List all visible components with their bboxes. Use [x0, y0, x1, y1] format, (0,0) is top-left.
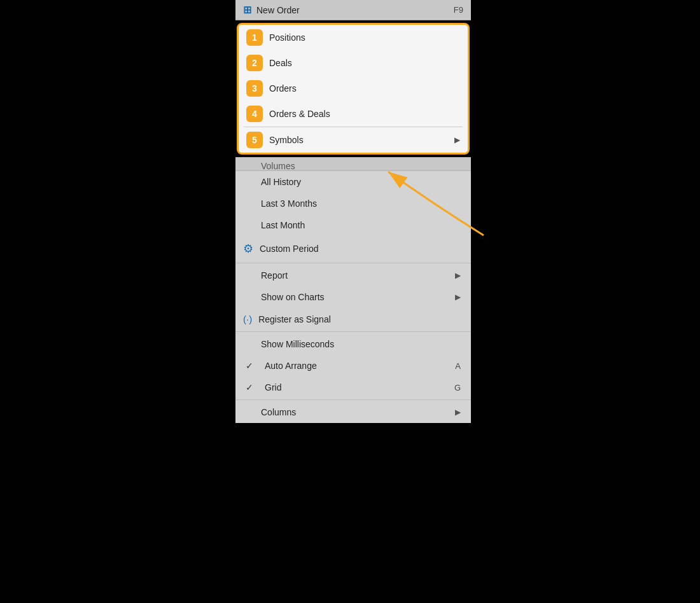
ctx-label-last-month: Last Month	[261, 220, 461, 230]
ctx-label-last-3-months: Last 3 Months	[261, 198, 461, 209]
context-menu: Volumes All History Last 3 Months Last M…	[235, 157, 471, 423]
ctx-label-register-signal: Register as Signal	[258, 314, 461, 324]
badge-2: 2	[246, 55, 263, 71]
submenu-label-deals: Deals	[269, 58, 460, 68]
auto-arrange-shortcut: A	[455, 361, 461, 371]
ctx-item-report[interactable]: Report ▶	[235, 265, 471, 286]
submenu-item-symbols[interactable]: 5 Symbols ▶	[239, 127, 468, 153]
show-on-charts-arrow-icon: ▶	[455, 293, 461, 302]
report-arrow-icon: ▶	[455, 271, 461, 280]
ctx-label-show-on-charts: Show on Charts	[261, 292, 449, 302]
new-order-shortcut: F9	[454, 5, 463, 15]
ctx-item-auto-arrange[interactable]: ✓ Auto Arrange A	[235, 355, 471, 377]
grid-check-icon: ✓	[246, 382, 258, 392]
new-order-icon: ⊞	[243, 4, 251, 16]
ctx-label-report: Report	[261, 270, 449, 281]
gear-icon: ⚙	[243, 242, 253, 256]
auto-arrange-check-icon: ✓	[246, 361, 258, 371]
divider-3	[235, 399, 471, 400]
symbols-arrow-icon: ▶	[454, 135, 460, 144]
submenu-item-positions[interactable]: 1 Positions	[239, 25, 468, 50]
ctx-label-auto-arrange: Auto Arrange	[265, 361, 449, 371]
ctx-item-show-milliseconds[interactable]: Show Milliseconds	[235, 333, 471, 355]
ctx-item-grid[interactable]: ✓ Grid G	[235, 377, 471, 398]
ctx-item-columns[interactable]: Columns ▶	[235, 401, 471, 423]
submenu-label-orders-deals: Orders & Deals	[269, 109, 460, 119]
ctx-label-custom-period: Custom Period	[260, 244, 461, 254]
ctx-label-show-milliseconds: Show Milliseconds	[261, 339, 461, 349]
divider-2	[235, 331, 471, 332]
badge-1: 1	[246, 29, 263, 46]
signal-icon: (·)	[243, 314, 252, 324]
submenu-label-positions: Positions	[269, 32, 460, 43]
submenu-item-orders[interactable]: 3 Orders	[239, 76, 468, 101]
ctx-item-custom-period[interactable]: ⚙ Custom Period	[235, 236, 471, 261]
submenu-item-orders-deals[interactable]: 4 Orders & Deals	[239, 101, 468, 127]
submenu-label-symbols: Symbols	[269, 135, 448, 145]
ctx-item-all-history[interactable]: All History	[235, 171, 471, 193]
ctx-item-register-signal[interactable]: (·) Register as Signal	[235, 308, 471, 330]
ctx-label-grid: Grid	[265, 382, 448, 392]
submenu-label-orders: Orders	[269, 83, 460, 94]
ctx-item-show-on-charts[interactable]: Show on Charts ▶	[235, 286, 471, 308]
badge-5: 5	[246, 132, 263, 148]
badge-4: 4	[246, 106, 263, 122]
new-order-label: New Order	[256, 5, 449, 15]
submenu-highlight-box: 1 Positions 2 Deals 3 Orders 4 Orders & …	[237, 23, 470, 155]
submenu-item-deals[interactable]: 2 Deals	[239, 50, 468, 76]
new-order-item[interactable]: ⊞ New Order F9	[235, 0, 471, 20]
columns-arrow-icon: ▶	[455, 408, 461, 417]
volumes-partial-item: Volumes	[235, 158, 471, 170]
ctx-item-last-3-months[interactable]: Last 3 Months	[235, 193, 471, 214]
ctx-label-columns: Columns	[261, 407, 449, 417]
divider-1	[235, 263, 471, 263]
ctx-item-last-month[interactable]: Last Month	[235, 214, 471, 236]
badge-3: 3	[246, 80, 263, 97]
grid-shortcut: G	[454, 383, 461, 392]
ctx-label-all-history: All History	[261, 177, 461, 187]
